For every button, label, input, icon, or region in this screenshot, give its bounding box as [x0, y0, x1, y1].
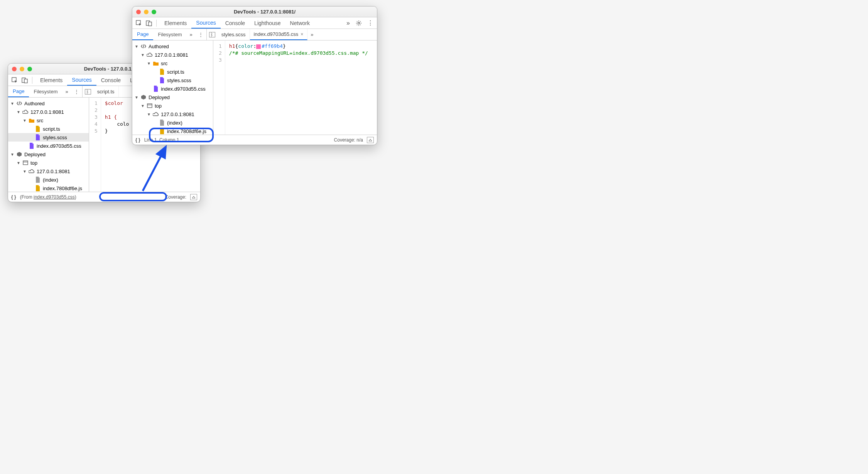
inspect-icon[interactable] — [10, 76, 19, 84]
collapse-pane-icon[interactable] — [207, 32, 218, 37]
zoom-window-icon[interactable] — [27, 67, 32, 71]
panel-tabs: ElementsSourcesConsoleLighthouseNetwork — [160, 17, 342, 29]
device-toolbar-icon[interactable] — [20, 76, 29, 84]
devtools-window-2: DevTools - 127.0.0.1:8081/ ElementsSourc… — [132, 6, 377, 145]
svg-rect-4 — [23, 161, 28, 165]
more-files-icon[interactable]: » — [307, 32, 316, 37]
expander-icon[interactable]: ▼ — [17, 161, 20, 165]
tree-item[interactable]: (index) — [132, 118, 213, 127]
expander-icon[interactable]: ▼ — [141, 53, 145, 57]
tree-item[interactable]: ▼127.0.0.1:8081 — [132, 110, 213, 118]
tree-item[interactable]: ▼127.0.0.1:8081 — [132, 51, 213, 59]
close-icon[interactable]: × — [301, 32, 303, 37]
sources-subtab[interactable]: Filesystem — [29, 86, 62, 97]
svg-rect-3 — [85, 89, 91, 94]
tree-item[interactable]: ▼top — [8, 159, 89, 167]
collapse-pane-icon[interactable] — [83, 89, 93, 94]
zoom-window-icon[interactable] — [152, 10, 156, 14]
tree-item[interactable]: index.7808df6e.js — [132, 127, 213, 135]
navigator-tree[interactable]: ▼Authored▼127.0.0.1:8081▼srcscript.tssty… — [8, 98, 89, 192]
titlebar: DevTools - 127.0.0.1:8081/ — [132, 7, 377, 17]
more-panels-icon[interactable]: » — [343, 20, 353, 27]
expander-icon[interactable]: ▼ — [135, 95, 138, 100]
kebab-menu-icon[interactable]: ⋮ — [196, 32, 206, 37]
svg-rect-7 — [149, 22, 152, 26]
panel-tab[interactable]: Sources — [191, 17, 220, 29]
code-editor[interactable]: 123 h1{color:#ff69b4} /*# sourceMappingU… — [213, 40, 377, 135]
cloud-icon — [147, 52, 153, 58]
tree-item[interactable]: ▼src — [8, 116, 89, 125]
tree-item[interactable]: ▼Deployed — [132, 93, 213, 101]
tree-label: 127.0.0.1:8081 — [161, 111, 194, 117]
minimize-window-icon[interactable] — [20, 67, 24, 71]
tree-item[interactable]: ▼127.0.0.1:8081 — [8, 108, 89, 116]
code-icon — [140, 43, 147, 49]
file-grey-icon — [35, 177, 41, 183]
source-map-link[interactable]: index.d9703d55.css — [34, 194, 75, 200]
tree-item[interactable]: index.d9703d55.css — [132, 84, 213, 93]
show-debugger-icon[interactable] — [190, 194, 197, 200]
statusbar: { } Line 1, Column 1 Coverage: n/a — [132, 135, 377, 145]
panel-tab[interactable]: Lighthouse — [250, 17, 285, 29]
frame-icon — [147, 103, 153, 109]
tree-item[interactable]: ▼Authored — [132, 42, 213, 51]
inspect-icon[interactable] — [135, 19, 143, 27]
tree-item[interactable]: (index) — [8, 175, 89, 184]
tree-item[interactable]: ▼Deployed — [8, 150, 89, 159]
tree-label: styles.scss — [43, 135, 67, 140]
cube-icon — [16, 151, 22, 157]
close-window-icon[interactable] — [136, 10, 141, 14]
minimize-window-icon[interactable] — [144, 10, 149, 14]
sources-subtab[interactable]: Page — [8, 86, 29, 97]
tree-item[interactable]: script.ts — [8, 125, 89, 133]
tree-label: 127.0.0.1:8081 — [37, 169, 70, 174]
expander-icon[interactable]: ▼ — [147, 112, 151, 116]
panel-tab[interactable]: Network — [285, 17, 314, 29]
file-tab[interactable]: index.d9703d55.css× — [250, 29, 308, 40]
traffic-lights — [12, 67, 32, 71]
panel-tab[interactable]: Elements — [35, 74, 67, 86]
tree-item[interactable]: ▼src — [132, 59, 213, 67]
folder-icon — [29, 117, 35, 123]
kebab-menu-icon[interactable]: ⋮ — [71, 89, 82, 94]
expander-icon[interactable]: ▼ — [17, 110, 20, 114]
tree-item[interactable]: styles.scss — [132, 76, 213, 84]
kebab-menu-icon[interactable]: ⋮ — [366, 19, 375, 27]
expander-icon[interactable]: ▼ — [23, 169, 27, 174]
expander-icon[interactable]: ▼ — [10, 101, 14, 106]
tree-item[interactable]: ▼127.0.0.1:8081 — [8, 167, 89, 175]
color-swatch-icon[interactable] — [256, 44, 261, 49]
pretty-print-icon[interactable]: { } — [11, 194, 16, 200]
expander-icon[interactable]: ▼ — [10, 152, 14, 157]
tree-label: script.ts — [167, 69, 184, 75]
cloud-icon — [153, 111, 159, 117]
panel-tab[interactable]: Console — [96, 74, 125, 86]
navigator-tree[interactable]: ▼Authored▼127.0.0.1:8081▼srcscript.tssty… — [132, 40, 213, 135]
close-window-icon[interactable] — [12, 67, 17, 71]
divider — [32, 77, 32, 84]
panel-tab[interactable]: Sources — [67, 74, 96, 86]
settings-gear-icon[interactable] — [355, 19, 363, 27]
tree-item[interactable]: ▼top — [132, 101, 213, 110]
tree-item[interactable]: index.d9703d55.css — [8, 142, 89, 150]
expander-icon[interactable]: ▼ — [23, 118, 27, 123]
pretty-print-icon[interactable]: { } — [135, 137, 140, 143]
tree-item[interactable]: index.7808df6e.js — [8, 184, 89, 192]
more-tabs-icon[interactable]: » — [62, 89, 71, 94]
tree-item[interactable]: script.ts — [132, 67, 213, 76]
file-tab[interactable]: styles.scss — [218, 29, 250, 40]
file-tab-label: styles.scss — [221, 32, 246, 37]
show-debugger-icon[interactable] — [367, 137, 374, 143]
sources-subtab[interactable]: Page — [132, 29, 153, 40]
expander-icon[interactable]: ▼ — [141, 104, 145, 108]
tree-item[interactable]: ▼Authored — [8, 99, 89, 108]
device-toolbar-icon[interactable] — [145, 19, 153, 27]
panel-tab[interactable]: Elements — [160, 17, 191, 29]
file-tab-script-ts[interactable]: script.ts — [93, 86, 119, 97]
more-tabs-icon[interactable]: » — [187, 32, 196, 37]
sources-subtab[interactable]: Filesystem — [153, 29, 186, 40]
expander-icon[interactable]: ▼ — [135, 44, 138, 49]
panel-tab[interactable]: Console — [221, 17, 250, 29]
expander-icon[interactable]: ▼ — [147, 61, 151, 66]
tree-item[interactable]: styles.scss — [8, 133, 89, 142]
